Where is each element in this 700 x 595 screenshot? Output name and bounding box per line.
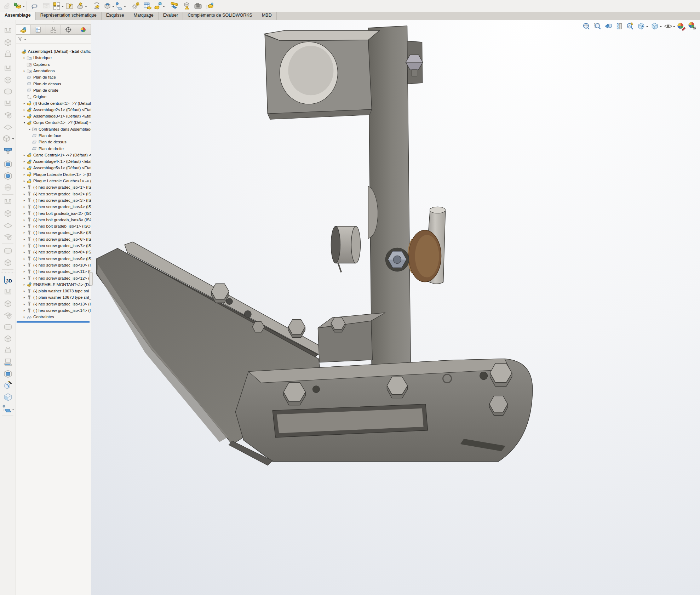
- smart-fasteners-button[interactable]: [64, 1, 75, 11]
- dropdown-caret-icon[interactable]: [646, 26, 648, 28]
- tree-expander-icon[interactable]: ▸: [22, 69, 27, 73]
- import-part-tool-button[interactable]: [1, 286, 14, 298]
- tree-item[interactable]: Assemblage1 (Défaut) <Etat d'affich: [16, 48, 91, 55]
- view-settings-button[interactable]: [625, 21, 636, 31]
- cube-delete-tool-button[interactable]: [1, 309, 14, 321]
- fixture-tool-1-button[interactable]: [1, 196, 14, 207]
- tree-item[interactable]: ▸(-) plain washer 10673 type snl_is: [16, 294, 91, 301]
- dropdown-caret-icon[interactable]: [673, 26, 675, 28]
- tree-item[interactable]: ▸Carre Central<1> ->? (Défaut) <<: [16, 152, 91, 158]
- tree-expander-icon[interactable]: ▸: [22, 283, 27, 286]
- tree-item[interactable]: ▸(-) hex screw gradec_iso<6> (ISO: [16, 236, 91, 242]
- panel-collapse-handle[interactable]: ◦: [16, 20, 91, 24]
- tree-item[interactable]: ▸(-) hex screw gradec_iso<13> (IS: [16, 301, 91, 307]
- tree-item[interactable]: Plan de droite: [16, 145, 91, 151]
- tree-expander-icon[interactable]: ▸: [22, 231, 27, 234]
- exploded-view-button[interactable]: [153, 1, 165, 11]
- bill-of-materials-button[interactable]: [142, 1, 153, 11]
- mate-button[interactable]: [29, 1, 40, 11]
- dropdown-caret-icon[interactable]: [12, 138, 14, 141]
- tree-expander-icon[interactable]: ▸: [22, 212, 27, 215]
- tree-item[interactable]: ▸Contraintes: [16, 314, 91, 320]
- tree-expander-icon[interactable]: ▸: [22, 270, 27, 273]
- tree-item[interactable]: ▸(-) hex screw gradec_iso<7> (ISO: [16, 242, 91, 249]
- tree-expander-icon[interactable]: ▸: [22, 153, 27, 157]
- tree-item[interactable]: ▸(-) hex screw gradec_iso<4> (ISO: [16, 204, 91, 210]
- tree-expander-icon[interactable]: ▸: [22, 263, 27, 267]
- tree-expander-icon[interactable]: ▾: [22, 121, 27, 124]
- filter-caret-icon[interactable]: [24, 39, 26, 41]
- interference-detection-button[interactable]: [180, 1, 192, 11]
- filter-funnel-icon[interactable]: [17, 36, 23, 42]
- dropdown-caret-icon[interactable]: [85, 6, 87, 8]
- tree-item[interactable]: Plan de dessus: [16, 80, 91, 87]
- 3d-mode-tool-button[interactable]: [1, 274, 14, 286]
- dropdown-caret-icon[interactable]: [112, 6, 114, 8]
- panel-tab-configurationmanager[interactable]: [46, 25, 61, 34]
- tree-item[interactable]: ▸(-) hex screw gradec_iso<2> (ISO: [16, 191, 91, 197]
- no-symbol-tool-button[interactable]: [1, 231, 14, 242]
- viewport[interactable]: [91, 20, 700, 595]
- assembly-features-button[interactable]: [103, 1, 114, 11]
- sphere-box-tool-button[interactable]: [1, 170, 14, 182]
- previous-view-button[interactable]: [603, 21, 614, 31]
- tree-item[interactable]: Origine: [16, 93, 91, 100]
- open-box-tool-button[interactable]: [1, 245, 14, 257]
- tree-expander-icon[interactable]: ▸: [22, 185, 27, 189]
- panel-tab-dimxpertmanager[interactable]: [61, 25, 76, 34]
- tree-expander-icon[interactable]: ▸: [22, 302, 27, 306]
- tree-item[interactable]: ▸(-) hex screw gradec_iso<3> (ISO: [16, 197, 91, 204]
- target-tool-button[interactable]: [1, 182, 14, 193]
- component-preview-button[interactable]: [40, 1, 52, 11]
- tree-expander-icon[interactable]: ▸: [22, 173, 27, 176]
- tree-item[interactable]: ▸Assemblage4<1> (Défaut) <Etat: [16, 158, 91, 165]
- snapshot-button[interactable]: [192, 1, 204, 11]
- tree-expander-icon[interactable]: ▸: [22, 160, 27, 163]
- tree-expander-icon[interactable]: ▸: [22, 102, 27, 105]
- rollback-bar[interactable]: [17, 321, 90, 322]
- tree-item[interactable]: ▸(-) hex bolt gradeab_iso<3> (ISO: [16, 217, 91, 223]
- tree-item[interactable]: ▸(-) hex bolt gradeab_iso<2> (ISO: [16, 210, 91, 216]
- reference-geometry-button[interactable]: [114, 1, 126, 11]
- slat-tool-button[interactable]: [1, 219, 14, 231]
- clamp-tool-button[interactable]: [1, 25, 14, 36]
- angle-bracket-tool-button[interactable]: [1, 132, 14, 144]
- tree-item[interactable]: ▸(f) Guide central<1> ->? (Default: [16, 100, 91, 106]
- tree-item[interactable]: ▸(-) hex screw gradec_iso<14> (IS: [16, 307, 91, 314]
- tree-item[interactable]: ▸Plaque Laterale Droite<1> -> (De: [16, 171, 91, 178]
- motion-study-button[interactable]: [130, 1, 142, 11]
- linear-component-pattern-button[interactable]: [52, 1, 64, 11]
- tree-expander-icon[interactable]: ▸: [22, 238, 27, 241]
- window-box-tool-button[interactable]: [1, 158, 14, 170]
- strip-grip-top[interactable]: ··········: [1, 21, 15, 25]
- appearance-wand-tool-button[interactable]: [1, 379, 14, 391]
- tree-item[interactable]: ▸Historique: [16, 55, 91, 61]
- corner-box-tool-button[interactable]: [1, 74, 14, 86]
- tree-expander-icon[interactable]: ▸: [22, 250, 27, 254]
- tree-expander-icon[interactable]: ▸: [22, 108, 27, 111]
- flat-plate-tool-button[interactable]: [1, 121, 14, 132]
- tree-expander-icon[interactable]: ▸: [22, 199, 27, 202]
- window-tool-button[interactable]: [1, 368, 14, 379]
- tree-expander-icon[interactable]: ▸: [22, 289, 27, 293]
- tree-item[interactable]: ▸(-) hex screw gradec_iso<9> (ISO: [16, 256, 91, 262]
- dropdown-caret-icon[interactable]: [62, 6, 64, 8]
- measure-button[interactable]: [169, 1, 180, 11]
- zoom-fit-button[interactable]: [581, 21, 592, 31]
- dropdown-caret-icon[interactable]: [124, 6, 126, 8]
- tree-expander-icon[interactable]: ▸: [22, 296, 27, 299]
- tree-item[interactable]: ▸Contraintes dans Assemblage: [16, 126, 91, 132]
- tree-item[interactable]: Plan de dessus: [16, 139, 91, 145]
- tree-item[interactable]: ▸(-) hex screw gradec_iso<1> (ISO: [16, 184, 91, 190]
- panel-tab-featuremanager[interactable]: [16, 25, 31, 34]
- tree-expander-icon[interactable]: ▸: [22, 205, 27, 208]
- tree-item[interactable]: Plan de face: [16, 74, 91, 80]
- tree-item[interactable]: ▸(-) hex screw gradec_iso<11> (IS: [16, 268, 91, 275]
- tree-item[interactable]: ▸(-) hex screw gradec_iso<8> (ISO: [16, 249, 91, 255]
- tree-expander-icon[interactable]: ▸: [28, 127, 32, 131]
- tree-item[interactable]: ▸Annotations: [16, 68, 91, 74]
- insert-components-button[interactable]: [13, 1, 25, 11]
- move-component-button[interactable]: [75, 1, 87, 11]
- tree-expander-icon[interactable]: ▸: [22, 166, 27, 170]
- tree-item[interactable]: ▸(-) hex screw gradec_iso<12> (IS: [16, 275, 91, 281]
